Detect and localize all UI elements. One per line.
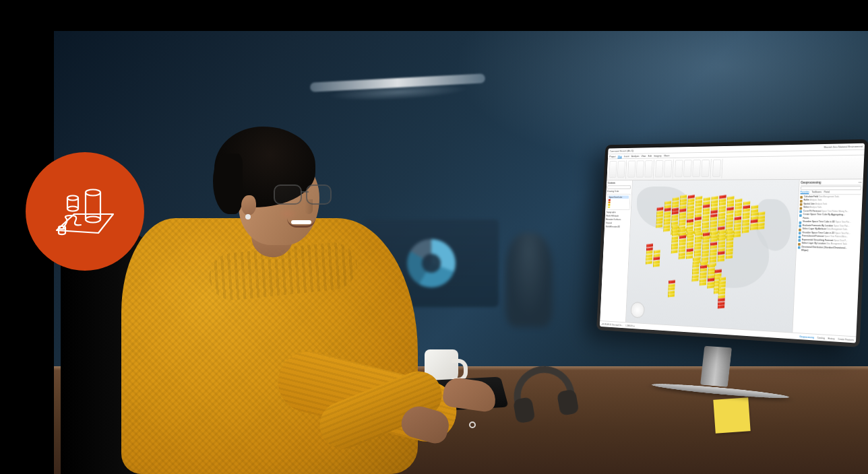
bottom-tab-create-features[interactable]: Create Features [838,337,854,341]
blank-icon [798,250,801,252]
tool-icon [799,232,801,234]
hammer-icon [800,207,803,209]
tool-label: Calculate Field Data Management Tools [804,196,839,199]
ribbon[interactable] [607,156,864,181]
layer-item[interactable]: Ground [606,222,629,225]
ribbon-button[interactable] [712,160,721,177]
tool-list[interactable]: Calculate Field Data Management ToolsBuf… [798,195,861,255]
layer-item[interactable]: World Hillshade [606,215,629,217]
geoprocessing-title: Geoprocessing [801,181,821,184]
tool-icon [799,210,802,213]
monitor-stand-base [652,382,790,401]
hammer-icon [798,242,801,245]
earring [245,214,251,219]
layer-legend[interactable]: SpaceTimeCube [607,194,631,210]
tool-label: Spatial Join Analysis Tools [803,203,827,205]
hammer-icon [799,228,801,231]
tool-label: Buffer Analysis Tools [803,199,822,202]
tool-item[interactable]: Ellipse) [798,249,859,255]
coords-readout: -49.09,89.51 Decimal De... [601,323,623,327]
tab-portal[interactable]: Portal [824,191,830,194]
tool-label: Create Space Time Cube By Aggregating... [803,213,844,216]
hammer-icon [800,199,803,202]
nose [305,199,313,214]
3d-analysis-icon [51,178,119,245]
ribbon-button[interactable] [683,160,692,177]
tool-icon [798,239,801,242]
tool-icon [799,225,801,228]
tool-label: Ellipse) [801,250,809,252]
hammer-icon [800,203,803,206]
ribbon-button[interactable] [701,160,710,177]
monitor-bezel: Command Search (Alt+Q) Shared Zero Natio… [596,139,868,347]
window-title: Shared Zero National Environment [824,145,863,149]
space-time-cube-visualization [642,189,783,318]
svg-point-3 [67,207,78,211]
ribbon-button[interactable] [609,161,617,178]
contents-search[interactable] [607,185,631,189]
tool-icon [799,236,801,238]
tab-toolboxes[interactable]: Toolboxes [811,191,822,194]
tool-search[interactable] [801,186,862,190]
ribbon-button[interactable] [617,161,625,178]
pane-menu-icon[interactable]: ⋯ [859,180,862,184]
tab-project[interactable]: Project [609,155,616,158]
geoprocessing-pane[interactable]: Geoprocessing ⋯ Favorites Toolboxes Port… [792,179,863,336]
background-person [505,233,553,327]
ribbon-button[interactable] [692,160,701,177]
ribbon-button[interactable] [627,161,636,178]
ring [469,421,476,428]
tool-icon [799,221,802,224]
geoprocessing-tabs[interactable]: Favorites Toolboxes Portal [800,191,861,195]
contents-title: Contents [608,182,631,184]
head [209,127,325,259]
ribbon-button[interactable] [655,160,663,178]
person [81,97,445,474]
bottom-tabs[interactable]: Geoprocessing Catalog History Create Fea… [797,335,855,341]
layer-item[interactable]: WorldElevation3D [605,226,629,228]
bottom-tab-catalog[interactable]: Catalog [817,336,824,339]
ribbon-button[interactable] [664,160,672,178]
tool-label: Points [803,217,809,220]
search-box[interactable]: Command Search (Alt+Q) [610,149,634,153]
tab-share[interactable]: Share [664,154,670,158]
bottom-tab-geoprocessing[interactable]: Geoprocessing [799,335,814,339]
tool-label: Select Analysis Tools [803,207,822,209]
monitor: Command Search (Alt+Q) Shared Zero Natio… [554,139,864,415]
tab-imagery[interactable]: Imagery [654,154,662,158]
app-window[interactable]: Command Search (Alt+Q) Shared Zero Natio… [600,143,865,343]
ear [241,195,256,215]
ribbon-button[interactable] [636,160,644,177]
svg-point-0 [86,190,100,196]
ceiling-light [310,73,485,92]
ribbon-button[interactable] [644,160,652,177]
layer-item[interactable]: Topographic [606,211,629,214]
layer-item[interactable]: Elevation Surfaces [606,218,629,221]
tool-icon [798,246,801,249]
tab-edit[interactable]: Edit [648,154,652,158]
tool-icon [799,214,802,217]
map-view[interactable] [626,180,799,333]
monitor-stand-neck [700,346,732,387]
drawing-order-label: Drawing Order [607,190,631,193]
tab-map[interactable]: Map [618,154,622,158]
bottom-tab-history[interactable]: History [828,337,834,340]
compass-icon[interactable] [630,302,645,318]
tab-insert[interactable]: Insert [624,155,629,158]
hammer-icon [800,196,803,199]
svg-point-2 [67,196,78,201]
tab-view[interactable]: View [642,154,646,158]
blank-icon [799,217,802,220]
tab-analysis[interactable]: Analysis [631,154,640,158]
ribbon-button[interactable] [675,160,683,178]
elevation-readout: 1,386.09 m [625,325,635,327]
feature-badge [26,152,144,271]
hero-photo: Command Search (Alt+Q) Shared Zero Natio… [54,31,868,474]
tab-favorites[interactable]: Favorites [801,191,809,194]
svg-point-1 [86,217,100,223]
